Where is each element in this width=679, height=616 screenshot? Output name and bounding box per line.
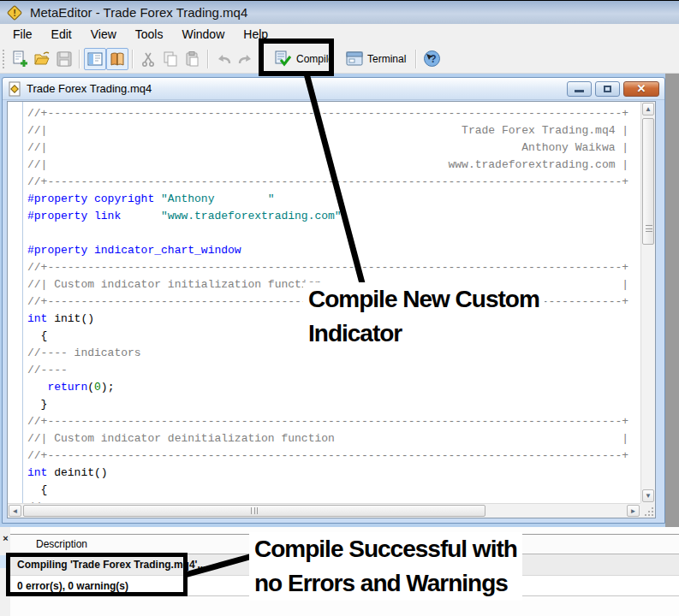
minimize-button[interactable] xyxy=(567,81,592,97)
terminal-button[interactable]: Terminal xyxy=(340,49,412,68)
down-arrow-icon: ▼ xyxy=(645,492,652,500)
code-line: #property indicator_chart_window xyxy=(8,242,640,259)
code-line: #property copyright "Anthony " xyxy=(8,191,640,208)
code-line xyxy=(8,225,640,242)
result-highlight-box xyxy=(6,553,188,596)
open-folder-icon xyxy=(33,50,51,68)
restore-button[interactable] xyxy=(595,81,620,97)
code-line: //| www.tradeforextrading.com | xyxy=(8,157,640,174)
code-line: //+-------------------------------------… xyxy=(8,413,640,430)
horizontal-scrollbar[interactable]: ◄ ► xyxy=(8,503,640,518)
editor-margin-line xyxy=(22,102,23,518)
resize-grip[interactable] xyxy=(640,503,655,518)
svg-text:?: ? xyxy=(430,53,436,65)
undo-arrow-icon xyxy=(215,52,232,66)
paste-button[interactable] xyxy=(182,48,204,70)
toolbar-separator xyxy=(79,50,80,68)
close-button[interactable]: ✕ xyxy=(623,81,659,97)
scroll-down-button[interactable]: ▼ xyxy=(642,489,654,502)
save-button[interactable] xyxy=(53,48,75,70)
book-icon xyxy=(110,51,125,67)
redo-arrow-icon xyxy=(237,52,254,66)
menu-file[interactable]: File xyxy=(3,25,42,44)
code-line: return(0); xyxy=(8,379,640,396)
menu-edit[interactable]: Edit xyxy=(42,25,81,44)
menu-window[interactable]: Window xyxy=(172,25,234,44)
scroll-up-button[interactable]: ▲ xyxy=(642,103,654,116)
editor-title-bar[interactable]: Trade Forex Trading.mq4 ✕ xyxy=(3,78,664,100)
new-file-icon xyxy=(11,50,28,68)
minimize-icon xyxy=(575,90,584,92)
help-button[interactable]: ? xyxy=(420,48,443,70)
new-file-button[interactable] xyxy=(9,48,31,70)
right-arrow-icon: ► xyxy=(630,507,637,515)
app-title: MetaEditor - Trade Forex Trading.mq4 xyxy=(30,5,247,20)
up-arrow-icon: ▲ xyxy=(645,105,652,113)
horizontal-scroll-thumb[interactable] xyxy=(23,505,485,517)
scissors-icon xyxy=(140,51,156,67)
code-line: //| Trade Forex Trading.mq4 | xyxy=(8,122,640,139)
left-arrow-icon: ◄ xyxy=(12,507,19,515)
panel-close-button[interactable]: × xyxy=(1,534,10,544)
copy-icon xyxy=(163,51,178,67)
app-title-bar[interactable]: ! MetaEditor - Trade Forex Trading.mq4 xyxy=(0,0,679,24)
code-line: //+-------------------------------------… xyxy=(8,105,640,122)
toolbar-separator xyxy=(415,50,417,68)
thumb-grip xyxy=(646,225,652,232)
cut-button[interactable] xyxy=(137,48,159,70)
restore-icon xyxy=(604,86,611,92)
toggle-dictionary-button[interactable] xyxy=(106,48,128,70)
code-line: #property link "www.tradeforextrading.co… xyxy=(8,208,640,225)
annotation-line: Compile Successful with xyxy=(254,532,517,566)
code-line: //---- xyxy=(8,362,640,379)
mdi-right-edge xyxy=(665,74,679,527)
svg-text:!: ! xyxy=(13,8,16,18)
redo-button[interactable] xyxy=(235,48,257,70)
toolbar: Compile Terminal ? xyxy=(0,44,679,74)
description-header-label: Description xyxy=(36,538,87,550)
vertical-scroll-thumb[interactable] xyxy=(642,118,654,245)
copy-button[interactable] xyxy=(159,48,182,70)
save-icon xyxy=(57,51,72,67)
vertical-scrollbar[interactable]: ▲ ▼ xyxy=(640,102,655,503)
scroll-right-button[interactable]: ► xyxy=(627,505,640,517)
code-line: { xyxy=(8,482,640,499)
code-line: //+-------------------------------------… xyxy=(8,174,640,191)
terminal-icon xyxy=(346,51,363,66)
code-line: } xyxy=(8,396,640,413)
annotation-line: Indicator xyxy=(308,317,539,351)
terminal-button-label: Terminal xyxy=(367,53,406,65)
navigator-panel-icon xyxy=(87,52,103,66)
compile-highlight-box xyxy=(259,38,334,76)
menu-bar: FileEditViewToolsWindowHelp xyxy=(0,24,679,44)
scroll-left-button[interactable]: ◄ xyxy=(9,505,21,517)
undo-button[interactable] xyxy=(212,48,235,70)
paste-icon xyxy=(185,51,200,67)
editor-title: Trade Forex Trading.mq4 xyxy=(27,82,563,95)
help-icon: ? xyxy=(423,50,441,68)
mq4-file-icon xyxy=(8,81,21,97)
open-file-button[interactable] xyxy=(31,48,53,70)
metaeditor-window: ! MetaEditor - Trade Forex Trading.mq4 F… xyxy=(0,0,679,616)
thumb-grip xyxy=(251,507,258,514)
annotation-line: no Errors and Warnings xyxy=(254,566,517,601)
close-icon: ✕ xyxy=(637,82,646,95)
menu-view[interactable]: View xyxy=(81,25,126,44)
toggle-navigator-button[interactable] xyxy=(84,48,106,70)
resize-grip-icon xyxy=(644,506,654,517)
code-line: int deinit() xyxy=(8,465,640,482)
code-line: //| Anthony Waikwa | xyxy=(8,139,640,157)
annotation-success-note: Compile Successful with no Errors and Wa… xyxy=(249,532,522,601)
metaeditor-logo-icon: ! xyxy=(6,4,23,21)
annotation-compile-note: Compile New Custom Indicator xyxy=(303,282,545,351)
toolbar-separator xyxy=(132,50,134,68)
code-line: //| Custom indicator deinitialization fu… xyxy=(8,430,640,447)
toolbar-grip xyxy=(3,50,6,68)
menu-tools[interactable]: Tools xyxy=(126,25,173,44)
toolbar-separator xyxy=(207,50,209,68)
code-line: //+-------------------------------------… xyxy=(8,447,640,465)
code-line: //+-------------------------------------… xyxy=(8,259,640,276)
annotation-line: Compile New Custom xyxy=(308,282,539,317)
